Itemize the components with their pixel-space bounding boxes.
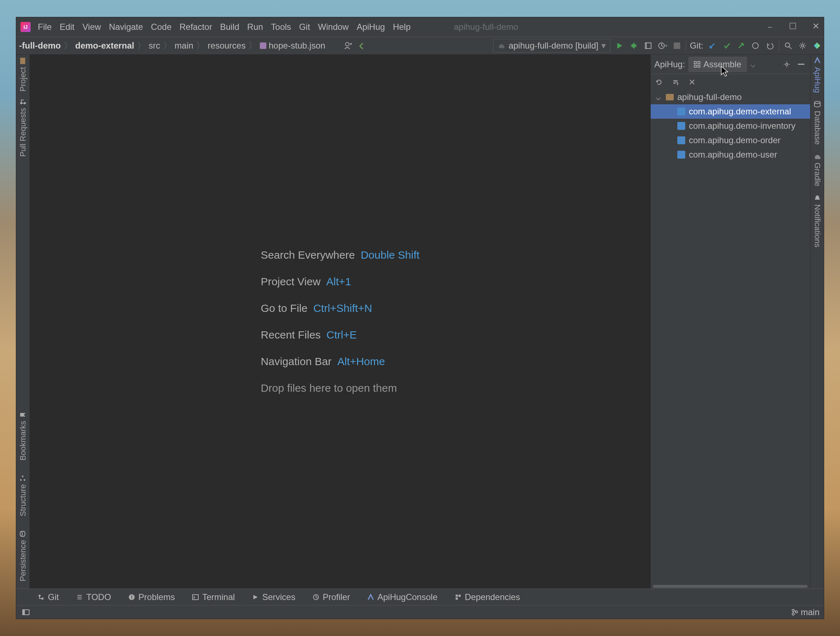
add-user-icon[interactable]: ▾ <box>343 40 354 51</box>
menu-code[interactable]: Code <box>151 22 171 32</box>
minimize-button[interactable]: － <box>766 21 773 33</box>
main-menu: File Edit View Navigate Code Refactor Bu… <box>38 22 411 32</box>
menu-window[interactable]: Window <box>318 22 349 32</box>
tool-project[interactable]: Project <box>18 57 28 91</box>
debug-icon[interactable] <box>628 40 639 51</box>
tab-dependencies[interactable]: Dependencies <box>455 592 520 602</box>
stop-icon[interactable] <box>671 40 682 51</box>
breadcrumb: -full-demo〉 demo-external〉 src〉 main〉 re… <box>16 40 328 52</box>
tab-git[interactable]: Git <box>38 592 59 602</box>
plugin-icon[interactable] <box>812 40 823 51</box>
menu-navigate[interactable]: Navigate <box>109 22 143 32</box>
menu-apihug[interactable]: ApiHug <box>357 22 385 32</box>
tree-root[interactable]: ⌵ apihug-full-demo <box>651 90 810 104</box>
coverage-icon[interactable] <box>643 40 654 51</box>
breadcrumb-item[interactable]: src <box>146 41 163 51</box>
folder-icon <box>666 94 674 100</box>
breadcrumb-item[interactable]: hope-stub.json <box>257 41 328 51</box>
maximize-button[interactable]: ☐ <box>789 21 796 33</box>
breadcrumb-item[interactable]: main <box>172 41 196 51</box>
menu-help[interactable]: Help <box>393 22 411 32</box>
breadcrumb-item[interactable]: resources <box>205 41 248 51</box>
panel-settings-icon[interactable] <box>782 59 792 70</box>
tool-notifications[interactable]: Notifications <box>813 194 822 247</box>
tree-module[interactable]: com.apihug.demo-user <box>651 148 810 162</box>
breadcrumb-item[interactable]: -full-demo <box>16 41 64 51</box>
search-icon[interactable] <box>783 40 794 51</box>
tab-todo[interactable]: TODO <box>76 592 111 602</box>
tool-window-layout-icon[interactable] <box>21 607 31 618</box>
project-title: apihug-full-demo <box>454 22 518 32</box>
panel-hide-icon[interactable] <box>796 59 807 70</box>
svg-rect-20 <box>698 65 700 67</box>
tool-bookmarks[interactable]: Bookmarks <box>18 411 28 460</box>
json-file-icon <box>260 43 266 49</box>
git-update-icon[interactable] <box>707 40 718 51</box>
git-history-icon[interactable] <box>750 40 761 51</box>
chevron-down-icon[interactable]: ⌵ <box>750 59 755 69</box>
tree-module[interactable]: com.apihug.demo-inventory <box>651 119 810 133</box>
welcome-navigation-bar: Navigation Bar Alt+Home <box>261 356 419 368</box>
settings-icon[interactable] <box>797 40 808 51</box>
menu-tools[interactable]: Tools <box>271 22 291 32</box>
svg-point-35 <box>792 609 794 612</box>
svg-rect-30 <box>456 595 458 597</box>
module-icon <box>677 151 685 159</box>
tab-apihugconsole[interactable]: ApiHugConsole <box>368 592 437 602</box>
breadcrumb-item[interactable]: demo-external <box>72 41 137 51</box>
tool-structure[interactable]: Structure <box>18 474 28 516</box>
svg-rect-15 <box>22 475 24 477</box>
apihug-view-select[interactable]: Assemble <box>688 57 747 72</box>
svg-point-3 <box>632 44 636 48</box>
menu-view[interactable]: View <box>82 22 101 32</box>
tab-terminal[interactable]: Terminal <box>192 592 235 602</box>
collapse-icon[interactable] <box>687 77 698 87</box>
tab-problems[interactable]: !Problems <box>128 592 175 602</box>
menu-run[interactable]: Run <box>247 22 263 32</box>
tool-gradle[interactable]: Gradle <box>813 153 822 186</box>
svg-point-9 <box>802 45 804 47</box>
right-tool-rail: ApiHug Database Gradle Notifications <box>810 55 824 589</box>
ide-window: IJ File Edit View Navigate Code Refactor… <box>16 17 824 619</box>
run-icon[interactable] <box>614 40 625 51</box>
tool-pull-requests[interactable]: Pull Requests <box>18 98 28 157</box>
panel-scrollbar[interactable] <box>651 584 810 589</box>
tool-apihug[interactable]: ApiHug <box>813 57 822 93</box>
navigation-toolbar: -full-demo〉 demo-external〉 src〉 main〉 re… <box>16 37 824 55</box>
run-config-select[interactable]: apihug-full-demo [build] ▾ <box>493 39 610 52</box>
menu-build[interactable]: Build <box>220 22 239 32</box>
svg-rect-19 <box>694 65 696 67</box>
svg-point-7 <box>753 43 758 49</box>
svg-text:▾: ▾ <box>350 42 352 46</box>
menu-git[interactable]: Git <box>299 22 310 32</box>
apihug-panel: ApiHug: Assemble ⌵ ⌵ apihug-ful <box>651 55 810 589</box>
editor-empty-state[interactable]: Search Everywhere Double Shift Project V… <box>30 55 651 589</box>
git-push-icon[interactable] <box>736 40 747 51</box>
svg-rect-10 <box>20 58 25 64</box>
tab-profiler[interactable]: Profiler <box>313 592 350 602</box>
welcome-recent-files: Recent Files Ctrl+E <box>261 329 419 341</box>
tree-module[interactable]: com.apihug.demo-order <box>651 133 810 148</box>
expand-icon[interactable] <box>670 77 681 87</box>
tab-services[interactable]: Services <box>252 592 295 602</box>
menu-refactor[interactable]: Refactor <box>180 22 212 32</box>
svg-point-11 <box>20 102 22 104</box>
svg-point-8 <box>785 43 789 47</box>
menu-file[interactable]: File <box>38 22 52 32</box>
close-button[interactable]: ✕ <box>812 21 819 33</box>
git-rollback-icon[interactable] <box>764 40 775 51</box>
svg-point-1 <box>346 43 349 46</box>
tool-persistence[interactable]: Persistence <box>18 530 28 581</box>
tree-module[interactable]: com.apihug.demo-external <box>651 104 810 119</box>
chevron-down-icon: ⌵ <box>656 92 662 102</box>
svg-rect-22 <box>798 64 804 65</box>
git-branch-status[interactable]: main <box>791 607 819 617</box>
menu-edit[interactable]: Edit <box>60 22 74 32</box>
refresh-icon[interactable] <box>654 77 665 87</box>
back-icon[interactable] <box>357 40 368 51</box>
git-commit-icon[interactable] <box>721 40 732 51</box>
svg-rect-6 <box>674 43 680 49</box>
grid-icon <box>694 61 700 68</box>
tool-database[interactable]: Database <box>813 101 822 145</box>
profiler-icon[interactable]: ▾ <box>657 40 668 51</box>
